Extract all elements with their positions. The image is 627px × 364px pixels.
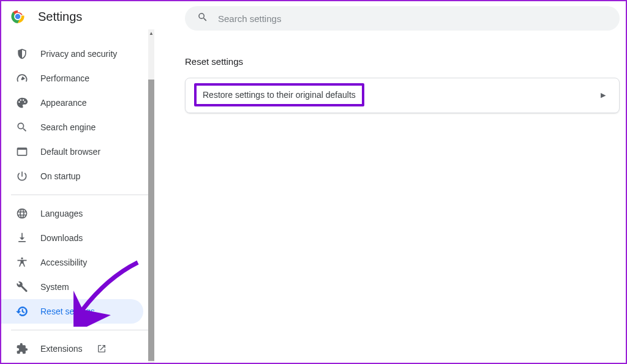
svg-point-1 [15,14,20,19]
sidebar-item-label: On startup [40,171,80,181]
palette-icon [16,97,28,109]
sidebar-item-label: Performance [40,73,89,83]
sidebar-item-languages[interactable]: Languages [1,201,143,226]
sidebar-item-accessibility[interactable]: Accessibility [1,250,143,275]
download-icon [16,232,28,244]
globe-icon [16,207,28,220]
sidebar-item-search-engine[interactable]: Search engine [1,115,143,139]
restore-defaults-row[interactable]: Restore settings to their original defau… [186,78,619,113]
sidebar-item-label: Search engine [40,122,96,132]
section-title: Reset settings [185,56,620,67]
sidebar-nav: Privacy and security Performance Appeara… [1,33,154,361]
sidebar-item-performance[interactable]: Performance [1,66,143,91]
restore-defaults-label: Restore settings to their original defau… [203,90,356,100]
sidebar-divider [11,195,149,195]
restore-icon [16,305,28,318]
chrome-logo-icon [10,9,26,24]
sidebar-item-label: Privacy and security [40,49,117,59]
sidebar-item-label: Reset settings [40,306,95,316]
sidebar-item-appearance[interactable]: Appearance [1,91,143,115]
sidebar: Settings Privacy and security Performanc… [1,1,154,363]
chevron-right-icon: ▶ [601,91,606,99]
speedometer-icon [16,72,28,84]
sidebar-item-downloads[interactable]: Downloads [1,226,143,250]
sidebar-item-system[interactable]: System [1,275,143,299]
sidebar-item-label: Downloads [40,233,83,243]
accessibility-icon [16,256,28,269]
sidebar-item-privacy[interactable]: Privacy and security [1,42,143,66]
search-input[interactable] [218,13,607,24]
sidebar-item-label: Appearance [40,98,87,108]
extension-icon [16,343,28,355]
sidebar-scroll-up-icon[interactable]: ▲ [148,29,154,37]
search-icon [197,12,208,25]
power-icon [16,170,28,182]
sidebar-item-label: Default browser [40,147,100,157]
sidebar-scrollbar-thumb[interactable] [148,80,154,361]
browser-icon [16,146,28,158]
search-bar[interactable] [185,6,620,31]
shield-icon [16,48,28,60]
wrench-icon [16,281,28,293]
main-content: Reset settings Restore settings to their… [154,1,626,363]
annotation-highlight-box: Restore settings to their original defau… [194,83,364,106]
sidebar-item-on-startup[interactable]: On startup [1,164,143,188]
sidebar-item-label: Languages [40,209,83,218]
page-title: Settings [38,10,82,24]
sidebar-item-extensions[interactable]: Extensions [1,336,143,361]
reset-settings-card: Restore settings to their original defau… [185,78,620,113]
open-external-icon [97,344,107,354]
settings-header: Settings [1,1,154,33]
sidebar-item-default-browser[interactable]: Default browser [1,139,143,164]
sidebar-item-label: System [40,282,69,292]
sidebar-divider [11,330,149,330]
search-icon [16,121,28,133]
sidebar-item-label: Accessibility [40,258,87,267]
sidebar-item-reset-settings[interactable]: Reset settings [1,299,143,324]
sidebar-item-label: Extensions [40,344,82,354]
